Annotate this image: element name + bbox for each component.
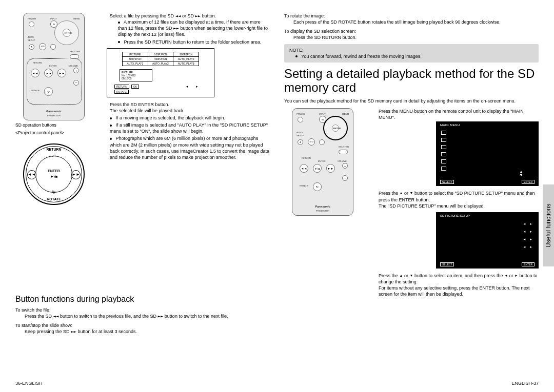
main-menu-mock: MAIN MENU ▲▼ SELECT ENTER [436,121,539,186]
remote-projector-label: PROJECTOR [24,114,84,117]
step4-bullet-3: Photographs which are 6M (6 million pixe… [110,136,269,159]
circle-rotate-label: ROTATE [24,197,84,201]
note-body: You cannot forward, rewind and freeze th… [301,54,421,59]
bfp-slideshow-title: To start/stop the slide show: [15,322,270,328]
remote-label-rotate: ROTATE [31,89,39,92]
remote-control-diagram-2: POWER INPUT MENU IN ENTER AUTO SETUP A S… [292,108,353,216]
remote-brand: Panasonic [24,110,84,113]
note-label: NOTE: [289,47,533,53]
down-triangle-icon: ▼ [410,273,413,278]
remote-label-setup: SETUP [28,39,35,42]
footer-left: 36-ENGLISH [15,381,43,386]
rotate-body: Each press of the SD ROTATE button rotat… [284,19,539,25]
circle-play-label: ►/■ [24,174,84,179]
bullet-icon [110,138,112,140]
forward-icon: ►► [195,13,201,18]
up-triangle-icon: ▲ [400,191,403,195]
circle-return-label: RETURN [24,148,84,151]
spm-title: SD PICTURE SETUP [440,214,470,217]
rotate-title: To rotate the image: [284,13,539,19]
remote-label-power: POWER [28,17,36,20]
step-sub-2: Press the SD RETURN button to return to … [124,39,262,45]
remote-control-diagram: POWER INPUT MENU IN ENTER AUTO SETUP A S… [23,13,85,120]
remote-label-shutter: SHUTTER [70,50,80,53]
bullet-icon [110,125,112,127]
remote-label-return: RETURN [33,61,42,64]
left-triangle-icon: ◄ [504,273,508,278]
step4-bullet-2: If a still image is selected and "AUTO P… [110,122,268,134]
step-press-enter: Press the SD ENTER button. The selected … [100,101,270,160]
step-select-text-a: Select a file by pressing the SD [110,13,175,18]
selscreen-body: Press the SD RETURN button. [284,34,539,40]
step4-text: Press the SD ENTER button. [110,101,270,108]
circular-control-panel: RETURN ↶ ◄◄ ►► ENTER ►/■ ↻ ROTATE [23,143,85,205]
bullet-icon [118,41,120,43]
step-r3-sub: For items without any selective setting,… [379,285,539,297]
step-r2: Press the ▲ or ▼ button to select the "S… [368,190,539,209]
remote-label-volume: VOLUME [69,65,78,67]
menu-select-label: SELECT [440,180,454,184]
screen-rotate-btn: ROTATE [114,90,129,94]
screen-return-btn: RETURN [114,85,129,89]
forward-icon: ►► [158,314,164,319]
step-r1: Press the MENU button on the remote cont… [368,108,539,120]
step-r1-text: Press the MENU button on the remote cont… [379,108,539,120]
sd-picture-setup-mock: SD PICTURE SETUP ◄ ► ◄ ► ◄ ► ◄ ► SELECT … [436,212,539,269]
step-select-text-b: button. [202,13,216,18]
right-triangle-icon: ► [515,273,518,278]
step4-bullet-1: If a moving image is selected, the playb… [116,115,226,120]
menu-enter-label: ENTER [522,180,535,184]
setting-playback-heading: Setting a detailed playback method for t… [284,67,539,95]
bullet-icon [110,117,112,119]
bfp-switch-title: To switch the file: [15,307,270,313]
remote-label-input: INPUT [50,17,57,20]
footer-right: ENGLISH-37 [511,381,539,386]
forward-icon: ►► [173,26,179,31]
remote-label-menu-bold: MENU [342,113,349,115]
remote-label-enter-sd: ENTER [49,65,57,67]
main-menu-title: MAIN MENU [440,123,460,127]
step-select-text-mid: or SD [182,13,195,18]
note-box: NOTE: You cannot forward, rewind and fre… [284,44,539,63]
rewind-icon: ◄◄ [53,314,59,319]
circle-enter-label: ENTER [24,169,84,173]
remote-label-enter-top: ENTER [64,32,72,34]
screen-ok-btn: OK [131,85,139,89]
side-tab-useful-functions: Useful functions [543,184,554,266]
setting-intro: You can set the playback method for the … [284,98,539,104]
bullet-icon [118,22,120,24]
remote-label-auto: AUTO [28,36,34,38]
sd-screen-mock: PICTURE100PJPCN200PJPCN 300PJPCN400PJPCN… [107,48,214,97]
step-select-file: Select a file by pressing the SD ◄◄ or S… [100,13,270,45]
selscreen-title: To display the SD selection screen: [284,28,539,34]
bullet-icon [295,55,298,57]
step4-sub: The selected file will be played back. [110,108,270,114]
forward-icon: ►► [71,329,76,334]
up-triangle-icon: ▲ [400,273,403,278]
down-triangle-icon: ▼ [410,191,413,195]
rewind-icon: ◄◄ [175,13,181,18]
button-functions-heading: Button functions during playback [15,295,270,304]
remote-caption-1: SD operation buttons [15,122,92,128]
step-r2-sub: The "SD PICTURE SETUP" menu will be disp… [379,203,539,209]
remote-caption-2: <Projector control panel> [15,130,92,136]
remote-label-menu: MENU [73,17,80,20]
step-r3: Press the ▲ or ▼ button to select an ite… [368,273,539,298]
